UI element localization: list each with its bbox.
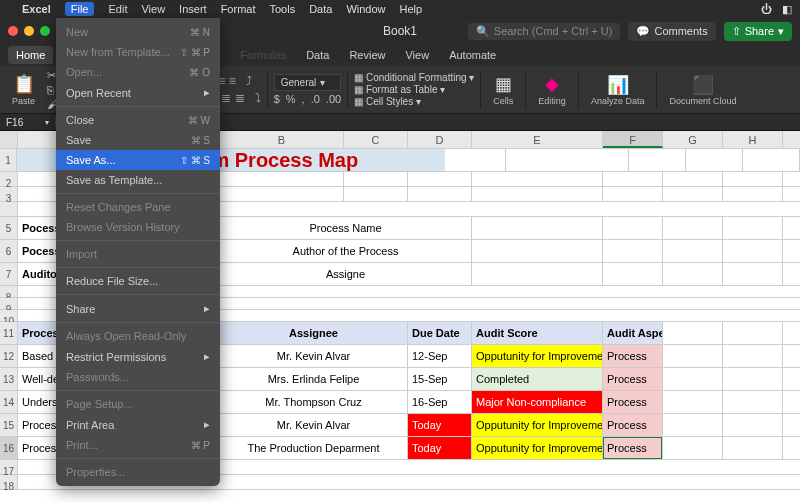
- menu-reset-changes[interactable]: Reset Changes Pane: [56, 197, 220, 217]
- menu-new[interactable]: New⌘ N: [56, 22, 220, 42]
- cell[interactable]: The Production Deparment: [220, 437, 408, 459]
- cell[interactable]: [663, 391, 723, 413]
- tab-review[interactable]: Review: [341, 46, 393, 64]
- editing-group[interactable]: ◆ Editing: [532, 73, 572, 106]
- row-header[interactable]: 13: [0, 368, 18, 390]
- cell[interactable]: [603, 217, 663, 239]
- tab-home[interactable]: Home: [8, 46, 53, 64]
- row-header[interactable]: 10: [0, 310, 18, 321]
- cell[interactable]: Today: [408, 437, 472, 459]
- cell[interactable]: Process: [603, 345, 663, 367]
- currency-icon[interactable]: $: [274, 93, 280, 105]
- table-header[interactable]: Due Date: [408, 322, 472, 344]
- menu-tools[interactable]: Tools: [269, 3, 295, 15]
- row-header[interactable]: 11: [0, 322, 18, 344]
- col-header-D[interactable]: D: [408, 131, 472, 148]
- number-format-combo[interactable]: General ▾: [274, 74, 341, 91]
- row-header[interactable]: 3: [0, 187, 18, 201]
- battery-icon[interactable]: ◧: [782, 3, 792, 16]
- menu-save[interactable]: Save⌘ S: [56, 130, 220, 150]
- cell[interactable]: [723, 187, 783, 201]
- analyze-group[interactable]: 📊 Analyze Data: [585, 74, 651, 106]
- cell[interactable]: Major Non-compliance: [472, 391, 603, 413]
- menu-save-template[interactable]: Save as Template...: [56, 170, 220, 190]
- cell[interactable]: [723, 263, 783, 285]
- table-header[interactable]: Assignee: [220, 322, 408, 344]
- cell[interactable]: Auditor: [18, 263, 58, 285]
- cell[interactable]: [663, 414, 723, 436]
- menu-reduce-size[interactable]: Reduce File Size...: [56, 271, 220, 291]
- row-header[interactable]: 5: [0, 217, 18, 239]
- cell[interactable]: [344, 187, 408, 201]
- col-header-C[interactable]: C: [344, 131, 408, 148]
- menu-file[interactable]: File: [65, 2, 95, 16]
- cell[interactable]: [603, 172, 663, 186]
- menu-edit[interactable]: Edit: [108, 3, 127, 15]
- tab-formulas[interactable]: Formulas: [232, 46, 294, 64]
- traffic-lights[interactable]: [8, 26, 50, 36]
- cell[interactable]: Opputunity for Improvement: [472, 437, 603, 459]
- menu-readonly[interactable]: Always Open Read-Only: [56, 326, 220, 346]
- menu-page-setup[interactable]: Page Setup...: [56, 394, 220, 414]
- table-header[interactable]: Audit Score: [472, 322, 603, 344]
- cell[interactable]: Opputunity for Improvement: [472, 345, 603, 367]
- cell[interactable]: [220, 172, 344, 186]
- row-header[interactable]: 15: [0, 414, 18, 436]
- menu-new-template[interactable]: New from Template...⇧ ⌘ P: [56, 42, 220, 62]
- row-header[interactable]: 16: [0, 437, 18, 459]
- menu-browse-history[interactable]: Browse Version History: [56, 217, 220, 237]
- cell[interactable]: [723, 172, 783, 186]
- cell[interactable]: Based on: [18, 345, 58, 367]
- row-header[interactable]: 18: [0, 475, 18, 489]
- cell[interactable]: [603, 240, 663, 262]
- cell[interactable]: 12-Sep: [408, 345, 472, 367]
- active-cell[interactable]: Process: [603, 437, 663, 459]
- cell[interactable]: [220, 187, 344, 201]
- cell[interactable]: [629, 149, 686, 171]
- cell[interactable]: [472, 172, 603, 186]
- percent-icon[interactable]: %: [286, 93, 296, 105]
- comments-button[interactable]: 💬 Comments: [628, 22, 715, 41]
- menu-data[interactable]: Data: [309, 3, 332, 15]
- cell[interactable]: Assigne: [220, 263, 472, 285]
- menu-import[interactable]: Import: [56, 244, 220, 264]
- row-header[interactable]: 17: [0, 460, 18, 474]
- cells-group[interactable]: ▦ Cells: [487, 73, 519, 106]
- cell[interactable]: Mrs. Erlinda Felipe: [220, 368, 408, 390]
- cell[interactable]: [472, 217, 603, 239]
- menu-print-area[interactable]: Print Area▸: [56, 414, 220, 435]
- row-header[interactable]: 1: [0, 149, 17, 171]
- cell[interactable]: [472, 240, 603, 262]
- cell[interactable]: [506, 149, 630, 171]
- name-box[interactable]: F16 ▾: [0, 117, 56, 128]
- cell[interactable]: [723, 437, 783, 459]
- menu-format[interactable]: Format: [221, 3, 256, 15]
- cell[interactable]: Mr. Kevin Alvar: [220, 345, 408, 367]
- menu-open-recent[interactable]: Open Recent▸: [56, 82, 220, 103]
- menu-restrict[interactable]: Restrict Permissions▸: [56, 346, 220, 367]
- col-header-F[interactable]: F: [603, 131, 663, 148]
- cell[interactable]: Pocess C: [18, 240, 58, 262]
- menu-share[interactable]: Share▸: [56, 298, 220, 319]
- cell[interactable]: Mr. Thompson Cruz: [220, 391, 408, 413]
- minimize-window-icon[interactable]: [24, 26, 34, 36]
- menu-close[interactable]: Close⌘ W: [56, 110, 220, 130]
- tab-automate[interactable]: Automate: [441, 46, 504, 64]
- search-input[interactable]: 🔍 Search (Cmd + Ctrl + U): [468, 23, 621, 40]
- cell[interactable]: [663, 187, 723, 201]
- row-header[interactable]: 6: [0, 240, 18, 262]
- cell[interactable]: Today: [408, 414, 472, 436]
- cell[interactable]: [723, 217, 783, 239]
- cell[interactable]: [723, 240, 783, 262]
- cell[interactable]: [723, 345, 783, 367]
- table-header[interactable]: Process (: [18, 322, 58, 344]
- col-header-G[interactable]: G: [663, 131, 723, 148]
- cell[interactable]: [663, 263, 723, 285]
- cell[interactable]: Mr. Kevin Alvar: [220, 414, 408, 436]
- menu-properties[interactable]: Properties...: [56, 462, 220, 482]
- cell[interactable]: Opputunity for Improvement: [472, 414, 603, 436]
- cell[interactable]: Author of the Process: [220, 240, 472, 262]
- col-header-H[interactable]: H: [723, 131, 783, 148]
- row-header[interactable]: 14: [0, 391, 18, 413]
- cell[interactable]: [472, 187, 603, 201]
